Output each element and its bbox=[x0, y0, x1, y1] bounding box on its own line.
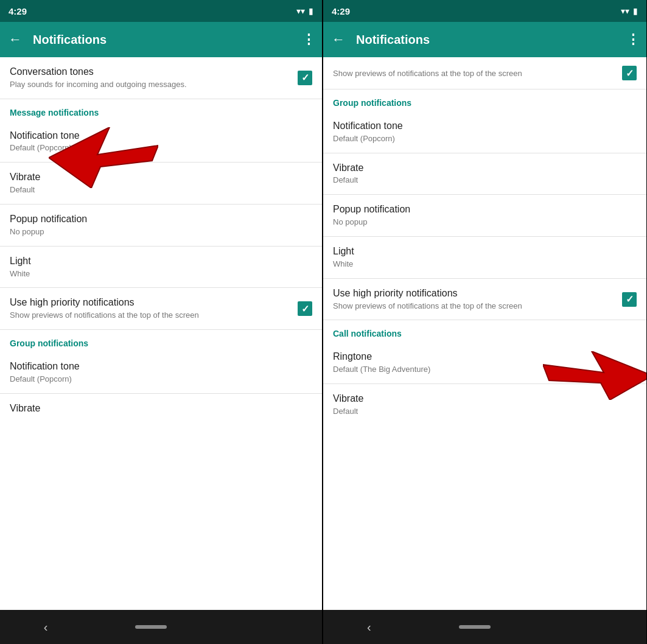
setting-notification-tone-grp-right[interactable]: Notification tone Default (Popcorn) bbox=[323, 111, 646, 153]
status-icons-left: ▾▾ ▮ bbox=[296, 6, 313, 16]
nav-home-right[interactable] bbox=[459, 625, 491, 629]
setting-popup-msg[interactable]: Popup notification No popup bbox=[0, 205, 322, 247]
setting-title-vibrate-grp-left: Vibrate bbox=[10, 402, 312, 415]
setting-title-notification-tone-grp-left: Notification tone bbox=[10, 360, 312, 373]
setting-subtitle-ringtone-right: Default (The Big Adventure) bbox=[333, 365, 637, 375]
setting-notification-tone-grp-left[interactable]: Notification tone Default (Popcorn) bbox=[0, 352, 322, 394]
section-message-notifications: Message notifications bbox=[0, 99, 322, 121]
setting-notification-tone-msg[interactable]: Notification tone Default (Popcorn) bbox=[0, 121, 322, 163]
status-bar-left: 4:29 ▾▾ ▮ bbox=[0, 0, 322, 22]
setting-vibrate-grp-left[interactable]: Vibrate bbox=[0, 394, 322, 424]
setting-title-vibrate-call-right: Vibrate bbox=[333, 393, 637, 405]
setting-subtitle-show-previews-top: Show previews of notifications at the to… bbox=[333, 69, 622, 79]
setting-vibrate-msg[interactable]: Vibrate Default bbox=[0, 163, 322, 205]
setting-subtitle-light-grp-right: White bbox=[333, 259, 637, 270]
setting-popup-grp-right[interactable]: Popup notification No popup bbox=[323, 195, 646, 237]
setting-vibrate-call-right[interactable]: Vibrate Default bbox=[323, 384, 646, 425]
setting-conversation-tones[interactable]: Conversation tones Play sounds for incom… bbox=[0, 57, 322, 99]
setting-subtitle-notification-tone-grp-right: Default (Popcorn) bbox=[333, 134, 637, 144]
setting-title-vibrate-grp-right: Vibrate bbox=[333, 162, 637, 175]
setting-title-high-priority-grp-right: Use high priority notifications bbox=[333, 287, 622, 300]
setting-subtitle-notification-tone-grp-left: Default (Popcorn) bbox=[10, 374, 312, 385]
checkbox-show-previews-top[interactable] bbox=[622, 66, 637, 80]
setting-light-grp-right[interactable]: Light White bbox=[323, 237, 646, 279]
menu-button-right[interactable]: ⋮ bbox=[626, 32, 640, 47]
setting-subtitle-popup-msg: No popup bbox=[10, 227, 312, 237]
wifi-icon-right: ▾▾ bbox=[621, 6, 629, 16]
toolbar-title-right: Notifications bbox=[356, 33, 618, 47]
toolbar-left: ← Notifications ⋮ bbox=[0, 22, 322, 57]
menu-button-left[interactable]: ⋮ bbox=[302, 32, 316, 47]
section-group-notifications-right: Group notifications bbox=[323, 89, 646, 111]
nav-bar-left: ‹ bbox=[0, 610, 322, 644]
setting-subtitle-high-priority-grp-right: Show previews of notifications at the to… bbox=[333, 301, 622, 312]
checkbox-high-priority-grp-right[interactable] bbox=[622, 292, 637, 307]
setting-subtitle-conversation-tones: Play sounds for incoming and outgoing me… bbox=[10, 80, 298, 90]
setting-title-notification-tone-grp-right: Notification tone bbox=[333, 120, 637, 133]
setting-title-vibrate-msg: Vibrate bbox=[10, 171, 312, 184]
setting-title-high-priority-msg: Use high priority notifications bbox=[10, 296, 298, 309]
setting-subtitle-vibrate-grp-right: Default bbox=[333, 175, 637, 186]
toolbar-title-left: Notifications bbox=[33, 33, 293, 47]
nav-bar-right: ‹ bbox=[323, 610, 646, 644]
battery-icon-left: ▮ bbox=[309, 6, 313, 16]
section-call-notifications-right: Call notifications bbox=[323, 320, 646, 342]
status-icons-right: ▾▾ ▮ bbox=[621, 6, 638, 16]
left-screen: 4:29 ▾▾ ▮ ← Notifications ⋮ Conversation… bbox=[0, 0, 323, 644]
time-right: 4:29 bbox=[332, 6, 350, 16]
setting-subtitle-notification-tone-msg: Default (Popcorn) bbox=[10, 143, 312, 153]
setting-high-priority-msg[interactable]: Use high priority notifications Show pre… bbox=[0, 288, 322, 330]
setting-title-popup-grp-right: Popup notification bbox=[333, 203, 637, 216]
setting-title-light-msg: Light bbox=[10, 255, 312, 268]
back-button-right[interactable]: ← bbox=[329, 29, 348, 50]
back-button-left[interactable]: ← bbox=[6, 29, 24, 50]
wifi-icon-left: ▾▾ bbox=[296, 6, 305, 16]
setting-title-light-grp-right: Light bbox=[333, 245, 637, 258]
setting-high-priority-grp-right[interactable]: Use high priority notifications Show pre… bbox=[323, 279, 646, 321]
setting-title-popup-msg: Popup notification bbox=[10, 213, 312, 226]
setting-title-ringtone-right: Ringtone bbox=[333, 351, 637, 363]
nav-back-right[interactable]: ‹ bbox=[367, 620, 371, 634]
battery-icon-right: ▮ bbox=[633, 6, 638, 16]
setting-title-notification-tone-msg: Notification tone bbox=[10, 130, 312, 142]
checkbox-conversation-tones[interactable] bbox=[298, 71, 312, 85]
setting-title-conversation-tones: Conversation tones bbox=[10, 66, 298, 79]
setting-show-previews-top[interactable]: Show previews of notifications at the to… bbox=[323, 57, 646, 89]
setting-subtitle-light-msg: White bbox=[10, 269, 312, 279]
right-screen: 4:29 ▾▾ ▮ ← Notifications ⋮ Show preview… bbox=[323, 0, 646, 644]
setting-subtitle-vibrate-msg: Default bbox=[10, 185, 312, 195]
toolbar-right: ← Notifications ⋮ bbox=[323, 22, 646, 57]
settings-list-left: Conversation tones Play sounds for incom… bbox=[0, 57, 322, 610]
setting-vibrate-grp-right[interactable]: Vibrate Default bbox=[323, 153, 646, 195]
setting-ringtone-right[interactable]: Ringtone Default (The Big Adventure) bbox=[323, 342, 646, 384]
section-group-notifications-left: Group notifications bbox=[0, 330, 322, 352]
setting-subtitle-popup-grp-right: No popup bbox=[333, 217, 637, 228]
settings-list-right: Show previews of notifications at the to… bbox=[323, 57, 646, 610]
setting-light-msg[interactable]: Light White bbox=[0, 247, 322, 289]
checkbox-high-priority-msg[interactable] bbox=[298, 301, 312, 316]
status-bar-right: 4:29 ▾▾ ▮ bbox=[323, 0, 646, 22]
nav-back-left[interactable]: ‹ bbox=[44, 620, 48, 634]
time-left: 4:29 bbox=[9, 6, 27, 16]
setting-subtitle-high-priority-msg: Show previews of notifications at the to… bbox=[10, 310, 298, 321]
nav-home-left[interactable] bbox=[135, 625, 167, 629]
setting-subtitle-vibrate-call-right: Default bbox=[333, 407, 637, 417]
